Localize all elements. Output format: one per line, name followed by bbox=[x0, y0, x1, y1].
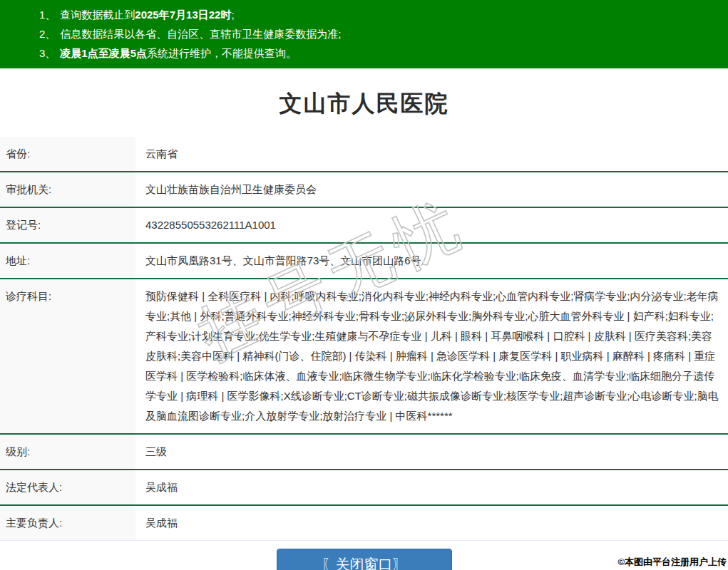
row-label: 审批机关: bbox=[0, 172, 135, 207]
row-value: 43228550553262111A1001 bbox=[135, 208, 728, 242]
row-label: 登记号: bbox=[0, 208, 135, 242]
notice-bold: 2025年7月13日22时 bbox=[135, 9, 231, 21]
notice-pre: 查询数据截止到 bbox=[60, 9, 135, 21]
notice-banner: 1、查询数据截止到2025年7月13日22时;2、信息数据结果以各省、自治区、直… bbox=[0, 0, 728, 68]
notice-post: ; bbox=[231, 9, 234, 21]
table-row: 地址:文山市凤凰路31号、文山市普阳路73号、文山市团山路6号 bbox=[0, 244, 728, 279]
table-row: 审批机关:文山壮族苗族自治州卫生健康委员会 bbox=[0, 172, 728, 208]
info-table: 省份:云南省审批机关:文山壮族苗族自治州卫生健康委员会登记号:432285505… bbox=[0, 137, 728, 541]
copyright-note: ©本图由平台注册用户上传 bbox=[617, 556, 727, 569]
row-label: 诊疗科目: bbox=[0, 279, 135, 433]
notice-num: 1、 bbox=[39, 9, 56, 21]
notice-num: 2、 bbox=[39, 28, 56, 40]
notice-item: 2、信息数据结果以各省、自治区、直辖市卫生健康委数据为准; bbox=[39, 24, 721, 43]
close-window-button[interactable]: 〖关闭窗口〗 bbox=[277, 549, 452, 570]
row-label: 省份: bbox=[0, 137, 135, 171]
row-value: 三级 bbox=[135, 435, 728, 469]
notice-num: 3、 bbox=[39, 47, 56, 59]
table-row: 登记号:43228550553262111A1001 bbox=[0, 208, 728, 244]
row-label: 级别: bbox=[0, 435, 135, 469]
table-row: 级别:三级 bbox=[0, 435, 728, 470]
table-row: 省份:云南省 bbox=[0, 137, 728, 172]
row-value: 吴成福 bbox=[135, 506, 728, 540]
table-row: 法定代表人:吴成福 bbox=[0, 470, 728, 506]
notice-post: 系统进行维护，不能提供查询。 bbox=[147, 47, 297, 59]
row-label: 主要负责人: bbox=[0, 506, 135, 540]
row-label: 法定代表人: bbox=[0, 470, 135, 504]
row-value: 文山市凤凰路31号、文山市普阳路73号、文山市团山路6号 bbox=[135, 244, 728, 278]
notice-list: 1、查询数据截止到2025年7月13日22时;2、信息数据结果以各省、自治区、直… bbox=[39, 5, 721, 63]
row-value: 云南省 bbox=[135, 137, 728, 171]
page-title: 文山市人民医院 bbox=[0, 88, 728, 120]
row-value: 吴成福 bbox=[135, 470, 728, 504]
notice-bold: 凌晨1点至凌晨5点 bbox=[60, 47, 147, 59]
notice-pre: 信息数据结果以各省、自治区、直辖市卫生健康委数据为准; bbox=[60, 28, 341, 40]
notice-item: 1、查询数据截止到2025年7月13日22时; bbox=[39, 5, 721, 24]
row-value: 预防保健科 | 全科医疗科 | 内科;呼吸内科专业;消化内科专业;神经内科专业;… bbox=[135, 279, 728, 433]
notice-item: 3、凌晨1点至凌晨5点系统进行维护，不能提供查询。 bbox=[39, 43, 721, 63]
table-row: 诊疗科目:预防保健科 | 全科医疗科 | 内科;呼吸内科专业;消化内科专业;神经… bbox=[0, 279, 728, 435]
row-value: 文山壮族苗族自治州卫生健康委员会 bbox=[135, 172, 728, 207]
row-label: 地址: bbox=[0, 244, 135, 278]
table-row: 主要负责人:吴成福 bbox=[0, 506, 728, 540]
